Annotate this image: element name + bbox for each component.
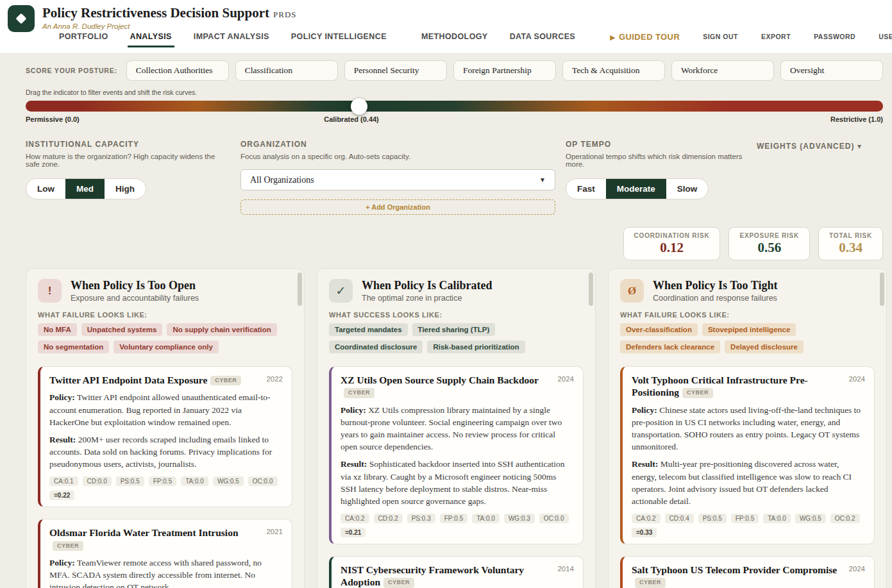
column-subtitle: The optimal zone in practice [362, 294, 492, 303]
capacity-description: How mature is the organization? High cap… [26, 153, 224, 168]
check-icon: ✓ [329, 279, 353, 303]
scrollbar-thumb[interactable] [589, 273, 593, 306]
restrictiveness-slider-section: Drag the indicator to filter events and … [0, 85, 892, 127]
failure-tag: Unpatched systems [81, 323, 163, 336]
tab-policy-intelligence[interactable]: POLICY INTELLIGENCE [291, 32, 387, 41]
weights-advanced-toggle[interactable]: WEIGHTS (ADVANCED) ▾ [757, 140, 862, 151]
card-year: 2014 [557, 565, 574, 573]
success-tag: Targeted mandates [329, 323, 408, 336]
organization-selected-value: All Organizations [250, 175, 314, 185]
main-nav: PORTFOLIO ANALYSIS IMPACT ANALYSIS POLIC… [59, 27, 892, 46]
card-result: Result: Sophisticated backdoor inserted … [341, 458, 574, 507]
tags-label: WHAT FAILURE LOOKS LIKE: [620, 311, 875, 319]
column-title: When Policy Is Too Open [71, 279, 199, 292]
total-risk-value: 0.34 [829, 240, 872, 256]
sign-out-button[interactable]: SIGN OUT [703, 33, 738, 40]
op-tempo-segmented-control: Fast Moderate Slow [566, 178, 709, 199]
cyber-badge: CYBER [344, 388, 374, 398]
posture-button-foreign-partnership[interactable]: Foreign Partnership [453, 60, 556, 81]
posture-toolbar: SCORE YOUR POSTURE: Collection Authoriti… [0, 54, 892, 85]
posture-button-collection-authorities[interactable]: Collection Authorities [126, 60, 229, 81]
posture-button-personnel-security[interactable]: Personnel Security [344, 60, 447, 81]
users-button[interactable]: USERS [879, 33, 892, 40]
card-year: 2021 [266, 528, 283, 535]
guided-tour-button[interactable]: ▶GUIDED TOUR [610, 32, 680, 42]
capacity-option-high[interactable]: High [105, 179, 146, 199]
posture-button-oversight[interactable]: Oversight [780, 60, 883, 81]
case-card-volt-typhoon[interactable]: Volt Typhoon Critical Infrastructure Pre… [620, 366, 875, 544]
posture-button-tech-acquisition[interactable]: Tech & Acquisition [562, 60, 665, 81]
case-card-oldsmar-water[interactable]: Oldsmar Florida Water Treatment Intrusio… [38, 519, 292, 588]
add-organization-button[interactable]: + Add Organization [240, 199, 555, 215]
card-year: 2024 [848, 375, 865, 383]
card-metrics: CA:0.2 CD:0.4 PS:0.5 FP:0.5 TA:0.0 WG:0.… [632, 514, 865, 537]
posture-button-workforce[interactable]: Workforce [671, 60, 774, 81]
case-card-salt-typhoon[interactable]: Salt Typhoon US Telecom Provider Comprom… [620, 556, 875, 588]
card-result: Result: Multi-year pre-positioning disco… [632, 458, 865, 507]
failure-tag: No MFA [38, 323, 77, 336]
scrollbar-thumb[interactable] [880, 273, 884, 306]
risk-badges-row: COORDINATION RISK 0.12 EXPOSURE RISK 0.5… [0, 227, 892, 268]
card-policy: Policy: TeamViewer remote access with sh… [49, 557, 283, 588]
failure-tag: Stovepiped intelligence [702, 323, 796, 336]
cyber-badge: CYBER [635, 578, 666, 587]
posture-button-classification[interactable]: Classification [235, 60, 338, 81]
column-subtitle: Coordination and response failures [653, 294, 777, 303]
capacity-option-low[interactable]: Low [26, 179, 65, 199]
export-button[interactable]: EXPORT [761, 33, 791, 40]
app-acronym: PRDS [273, 10, 297, 19]
slider-label-permissive: Permissive (0.0) [26, 115, 80, 123]
coordination-risk-value: 0.12 [634, 240, 710, 256]
play-icon: ▶ [610, 33, 616, 41]
capacity-label: INSTITUTIONAL CAPACITY [26, 140, 224, 149]
tags-label: WHAT FAILURE LOOKS LIKE: [38, 311, 292, 319]
tab-analysis[interactable]: ANALYSIS [130, 32, 172, 41]
column-too-open: ! When Policy Is Too Open Exposure and a… [26, 268, 305, 588]
column-too-tight: Ø When Policy Is Too Tight Coordination … [608, 268, 887, 588]
tab-methodology[interactable]: METHODOLOGY [421, 32, 488, 41]
card-metrics: CA:0.1 CD:0.0 PS:0.5 FP:0.5 TA:0.0 WG:0.… [49, 476, 283, 500]
scrollbar-thumb[interactable] [298, 273, 302, 306]
column-title: When Policy Is Too Tight [653, 279, 777, 292]
failure-tag: Over-classification [620, 323, 698, 336]
case-card-xz-utils[interactable]: XZ Utils Open Source Supply Chain Backdo… [329, 366, 584, 544]
tab-data-sources[interactable]: DATA SOURCES [510, 32, 576, 41]
card-policy: Policy: Twitter API endpoint allowed una… [49, 391, 283, 428]
slashed-zero-icon: Ø [620, 279, 644, 303]
posture-label: SCORE YOUR POSTURE: [26, 67, 117, 74]
case-card-twitter-api[interactable]: Twitter API Endpoint Data ExposureCYBER … [38, 366, 292, 507]
exclamation-icon: ! [38, 279, 62, 303]
restrictiveness-slider-track[interactable] [26, 101, 883, 112]
op-tempo-option-slow[interactable]: Slow [666, 179, 709, 199]
card-result: Result: 200M+ user records scraped inclu… [49, 433, 283, 470]
password-button[interactable]: PASSWORD [814, 33, 855, 40]
total-risk-badge: TOTAL RISK 0.34 [818, 227, 883, 260]
op-tempo-option-moderate[interactable]: Moderate [606, 179, 666, 199]
page-title: Policy Restrictiveness Decision Support [42, 5, 269, 21]
analysis-controls: INSTITUTIONAL CAPACITY How mature is the… [0, 140, 892, 227]
slider-knob[interactable] [351, 98, 367, 115]
policy-columns: ! When Policy Is Too Open Exposure and a… [0, 268, 892, 588]
capacity-option-med[interactable]: Med [65, 179, 105, 199]
cyber-badge: CYBER [53, 541, 83, 551]
case-card-nist-csf[interactable]: NIST Cybersecurity Framework Voluntary A… [329, 556, 584, 588]
cyber-badge: CYBER [682, 388, 713, 398]
cyber-badge: CYBER [383, 578, 414, 587]
diamond-icon [16, 13, 27, 24]
app-logo-icon [8, 5, 35, 32]
op-tempo-label: OP TEMPO [566, 140, 752, 149]
tab-portfolio[interactable]: PORTFOLIO [59, 32, 108, 41]
capacity-segmented-control: Low Med High [26, 178, 146, 199]
card-year: 2024 [557, 375, 574, 383]
cyber-badge: CYBER [210, 376, 241, 385]
op-tempo-description: Operational tempo shifts which risk dime… [566, 153, 752, 168]
success-tag: Coordinated disclosure [329, 340, 423, 353]
tags-label: WHAT SUCCESS LOOKS LIKE: [329, 311, 584, 319]
exposure-risk-value: 0.56 [739, 240, 799, 256]
tab-impact-analysis[interactable]: IMPACT ANALYSIS [194, 32, 269, 41]
slider-label-calibrated: Calibrated (0.44) [324, 115, 379, 123]
op-tempo-option-fast[interactable]: Fast [566, 179, 606, 199]
organization-select[interactable]: All Organizations ▼ [240, 169, 555, 190]
card-metrics: CA:0.2 CD:0.2 PS:0.3 FP:0.5 TA:0.0 WG:0.… [341, 514, 574, 537]
card-policy: Policy: XZ Utils compression library mai… [341, 404, 574, 453]
